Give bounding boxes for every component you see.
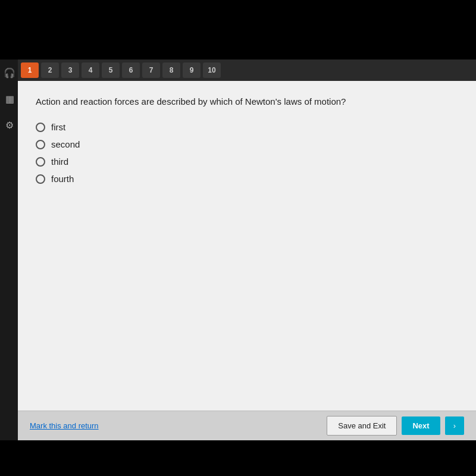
mark-return-link[interactable]: Mark this and return: [30, 421, 99, 430]
option-opt3[interactable]: third: [36, 156, 458, 167]
tab-question-6[interactable]: 6: [122, 62, 140, 78]
tab-question-9[interactable]: 9: [183, 62, 201, 78]
extra-button[interactable]: ›: [445, 416, 464, 435]
sidebar: 🎧 ▦ ⚙: [0, 60, 19, 440]
radio-opt3[interactable]: [36, 157, 45, 167]
footer-buttons: Save and Exit Next ›: [327, 416, 464, 436]
tab-question-1[interactable]: 1: [21, 62, 39, 78]
question-text: Action and reaction forces are described…: [36, 95, 458, 108]
tab-question-10[interactable]: 10: [203, 62, 221, 78]
radio-opt1[interactable]: [36, 123, 45, 132]
footer-bar: Mark this and return Save and Exit Next …: [18, 411, 476, 440]
options-list: firstsecondthirdfourth: [36, 122, 458, 184]
option-label-opt3: third: [51, 156, 68, 167]
radio-opt2[interactable]: [36, 140, 45, 149]
question-tabs: 12345678910: [18, 60, 476, 81]
save-exit-button[interactable]: Save and Exit: [327, 416, 397, 436]
settings-icon[interactable]: ⚙: [2, 118, 17, 132]
tab-question-4[interactable]: 4: [82, 62, 99, 78]
option-opt1[interactable]: first: [36, 122, 458, 132]
option-label-opt1: first: [51, 122, 65, 132]
tab-question-5[interactable]: 5: [102, 62, 120, 78]
tab-question-3[interactable]: 3: [61, 62, 79, 78]
next-button[interactable]: Next: [402, 416, 440, 435]
tab-question-8[interactable]: 8: [162, 62, 180, 78]
option-opt4[interactable]: fourth: [36, 174, 458, 184]
radio-opt4[interactable]: [36, 174, 45, 184]
option-label-opt2: second: [51, 139, 80, 149]
question-area: Action and reaction forces are described…: [18, 81, 476, 411]
tab-question-2[interactable]: 2: [41, 62, 59, 78]
headphones-icon[interactable]: 🎧: [2, 65, 17, 80]
option-label-opt4: fourth: [51, 174, 74, 184]
option-opt2[interactable]: second: [36, 139, 458, 149]
tab-question-7[interactable]: 7: [142, 62, 160, 78]
calculator-icon[interactable]: ▦: [2, 92, 17, 106]
